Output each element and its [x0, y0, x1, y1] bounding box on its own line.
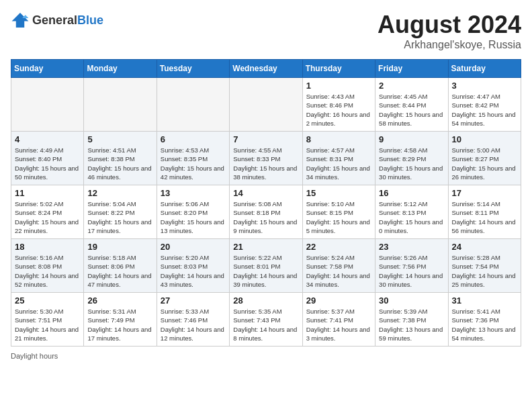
day-info: Sunrise: 4:49 AM Sunset: 8:40 PM Dayligh…	[15, 146, 80, 181]
day-info: Sunrise: 4:45 AM Sunset: 8:44 PM Dayligh…	[379, 92, 444, 128]
calendar-cell	[84, 78, 157, 132]
day-number: 3	[452, 81, 517, 91]
day-number: 30	[379, 295, 444, 306]
calendar-cell: 4Sunrise: 4:49 AM Sunset: 8:40 PM Daylig…	[11, 132, 84, 185]
day-info: Sunrise: 5:10 AM Sunset: 8:15 PM Dayligh…	[306, 199, 371, 235]
day-number: 18	[15, 242, 80, 252]
day-number: 27	[161, 295, 226, 306]
calendar-cell: 21Sunrise: 5:22 AM Sunset: 8:01 PM Dayli…	[230, 239, 302, 293]
day-info: Sunrise: 5:26 AM Sunset: 7:56 PM Dayligh…	[379, 253, 444, 289]
day-number: 4	[15, 134, 80, 144]
day-number: 17	[452, 188, 517, 198]
day-info: Sunrise: 5:41 AM Sunset: 7:36 PM Dayligh…	[452, 307, 517, 342]
weekday-header-monday: Monday	[84, 60, 157, 78]
day-number: 21	[233, 242, 298, 252]
day-info: Sunrise: 4:55 AM Sunset: 8:33 PM Dayligh…	[233, 146, 298, 181]
calendar-cell: 8Sunrise: 4:57 AM Sunset: 8:31 PM Daylig…	[302, 132, 375, 185]
day-number: 15	[306, 188, 371, 198]
calendar-location: Arkhangel'skoye, Russia	[378, 39, 521, 51]
calendar-cell: 31Sunrise: 5:41 AM Sunset: 7:36 PM Dayli…	[448, 293, 521, 347]
day-info: Sunrise: 5:28 AM Sunset: 7:54 PM Dayligh…	[452, 253, 517, 289]
calendar-cell: 18Sunrise: 5:16 AM Sunset: 8:08 PM Dayli…	[11, 239, 84, 293]
calendar-cell: 29Sunrise: 5:37 AM Sunset: 7:41 PM Dayli…	[302, 293, 375, 347]
calendar-cell	[230, 78, 302, 132]
day-number: 25	[15, 295, 80, 306]
calendar-cell: 2Sunrise: 4:45 AM Sunset: 8:44 PM Daylig…	[375, 78, 448, 132]
day-info: Sunrise: 5:37 AM Sunset: 7:41 PM Dayligh…	[306, 307, 371, 342]
day-info: Sunrise: 5:18 AM Sunset: 8:06 PM Dayligh…	[87, 253, 152, 289]
day-info: Sunrise: 5:22 AM Sunset: 8:01 PM Dayligh…	[233, 253, 298, 289]
logo-icon	[11, 11, 30, 30]
weekday-header-wednesday: Wednesday	[230, 60, 302, 78]
weekday-header-saturday: Saturday	[448, 60, 521, 78]
day-info: Sunrise: 4:53 AM Sunset: 8:35 PM Dayligh…	[161, 146, 226, 181]
logo-text-blue: Blue	[77, 13, 103, 27]
day-number: 7	[233, 134, 298, 144]
daylight-label: Daylight hours	[11, 352, 58, 360]
calendar-cell: 6Sunrise: 4:53 AM Sunset: 8:35 PM Daylig…	[157, 132, 229, 185]
day-info: Sunrise: 5:12 AM Sunset: 8:13 PM Dayligh…	[379, 199, 444, 235]
calendar-cell: 28Sunrise: 5:35 AM Sunset: 7:43 PM Dayli…	[230, 293, 302, 347]
calendar-cell: 12Sunrise: 5:04 AM Sunset: 8:22 PM Dayli…	[84, 185, 157, 239]
day-number: 22	[306, 242, 371, 252]
logo: GeneralBlue	[11, 11, 103, 30]
day-number: 19	[87, 242, 152, 252]
day-number: 6	[161, 134, 226, 144]
day-number: 11	[15, 188, 80, 198]
day-info: Sunrise: 5:16 AM Sunset: 8:08 PM Dayligh…	[15, 253, 80, 289]
calendar-week-row: 4Sunrise: 4:49 AM Sunset: 8:40 PM Daylig…	[11, 132, 521, 185]
calendar-cell: 24Sunrise: 5:28 AM Sunset: 7:54 PM Dayli…	[448, 239, 521, 293]
day-number: 2	[379, 81, 444, 91]
day-info: Sunrise: 5:33 AM Sunset: 7:46 PM Dayligh…	[161, 307, 226, 342]
day-info: Sunrise: 5:20 AM Sunset: 8:03 PM Dayligh…	[161, 253, 226, 289]
calendar-cell	[157, 78, 229, 132]
day-info: Sunrise: 5:08 AM Sunset: 8:18 PM Dayligh…	[233, 199, 298, 235]
day-info: Sunrise: 5:35 AM Sunset: 7:43 PM Dayligh…	[233, 307, 298, 342]
calendar-cell: 20Sunrise: 5:20 AM Sunset: 8:03 PM Dayli…	[157, 239, 229, 293]
day-number: 8	[306, 134, 371, 144]
calendar-cell: 11Sunrise: 5:02 AM Sunset: 8:24 PM Dayli…	[11, 185, 84, 239]
day-number: 31	[452, 295, 517, 306]
day-number: 20	[161, 242, 226, 252]
day-info: Sunrise: 4:57 AM Sunset: 8:31 PM Dayligh…	[306, 146, 371, 181]
day-number: 26	[87, 295, 152, 306]
calendar-week-row: 18Sunrise: 5:16 AM Sunset: 8:08 PM Dayli…	[11, 239, 521, 293]
day-info: Sunrise: 4:58 AM Sunset: 8:29 PM Dayligh…	[379, 146, 444, 181]
day-info: Sunrise: 5:04 AM Sunset: 8:22 PM Dayligh…	[87, 199, 152, 235]
calendar-week-row: 25Sunrise: 5:30 AM Sunset: 7:51 PM Dayli…	[11, 293, 521, 347]
day-info: Sunrise: 4:47 AM Sunset: 8:42 PM Dayligh…	[452, 92, 517, 128]
day-info: Sunrise: 5:06 AM Sunset: 8:20 PM Dayligh…	[161, 199, 226, 235]
logo-text-general: General	[32, 13, 77, 27]
day-number: 14	[233, 188, 298, 198]
calendar-cell: 16Sunrise: 5:12 AM Sunset: 8:13 PM Dayli…	[375, 185, 448, 239]
title-block: August 2024 Arkhangel'skoye, Russia	[378, 11, 521, 51]
calendar-cell: 1Sunrise: 4:43 AM Sunset: 8:46 PM Daylig…	[302, 78, 375, 132]
calendar-cell: 17Sunrise: 5:14 AM Sunset: 8:11 PM Dayli…	[448, 185, 521, 239]
calendar-cell: 5Sunrise: 4:51 AM Sunset: 8:38 PM Daylig…	[84, 132, 157, 185]
weekday-header-friday: Friday	[375, 60, 448, 78]
calendar-cell: 23Sunrise: 5:26 AM Sunset: 7:56 PM Dayli…	[375, 239, 448, 293]
day-number: 13	[161, 188, 226, 198]
calendar-cell	[11, 78, 84, 132]
calendar-cell: 26Sunrise: 5:31 AM Sunset: 7:49 PM Dayli…	[84, 293, 157, 347]
day-number: 5	[87, 134, 152, 144]
weekday-header-tuesday: Tuesday	[157, 60, 229, 78]
day-info: Sunrise: 5:24 AM Sunset: 7:58 PM Dayligh…	[306, 253, 371, 289]
day-number: 1	[306, 81, 371, 91]
weekday-header-sunday: Sunday	[11, 60, 84, 78]
day-number: 28	[233, 295, 298, 306]
day-info: Sunrise: 5:30 AM Sunset: 7:51 PM Dayligh…	[15, 307, 80, 342]
day-number: 23	[379, 242, 444, 252]
calendar-cell: 10Sunrise: 5:00 AM Sunset: 8:27 PM Dayli…	[448, 132, 521, 185]
calendar-cell: 19Sunrise: 5:18 AM Sunset: 8:06 PM Dayli…	[84, 239, 157, 293]
day-info: Sunrise: 5:14 AM Sunset: 8:11 PM Dayligh…	[452, 199, 517, 235]
page-header: GeneralBlue August 2024 Arkhangel'skoye,…	[11, 11, 521, 51]
calendar-cell: 9Sunrise: 4:58 AM Sunset: 8:29 PM Daylig…	[375, 132, 448, 185]
day-number: 9	[379, 134, 444, 144]
day-info: Sunrise: 4:51 AM Sunset: 8:38 PM Dayligh…	[87, 146, 152, 181]
day-number: 29	[306, 295, 371, 306]
weekday-header-row: SundayMondayTuesdayWednesdayThursdayFrid…	[11, 60, 521, 78]
calendar-cell: 22Sunrise: 5:24 AM Sunset: 7:58 PM Dayli…	[302, 239, 375, 293]
day-info: Sunrise: 5:00 AM Sunset: 8:27 PM Dayligh…	[452, 146, 517, 181]
calendar-cell: 30Sunrise: 5:39 AM Sunset: 7:38 PM Dayli…	[375, 293, 448, 347]
